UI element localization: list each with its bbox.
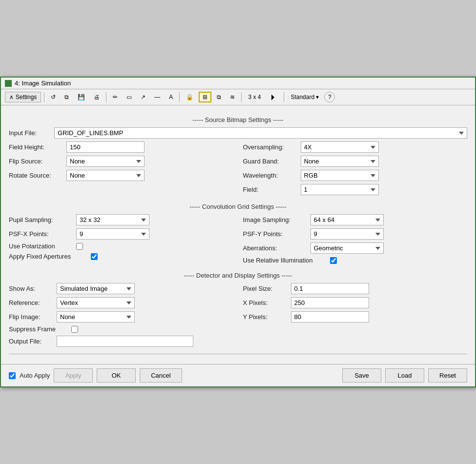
- wavelength-select[interactable]: RGB Red Green Blue: [301, 170, 379, 181]
- det-right-col: Pixel Size: 0.1 X Pixels: 250 Y Pixels: …: [243, 283, 468, 350]
- show-as-row: Show As: Simulated Image PSF MTF Wavefro…: [9, 283, 233, 294]
- show-as-select[interactable]: Simulated Image PSF MTF Wavefront: [57, 283, 135, 294]
- pencil-button[interactable]: ✏: [109, 92, 121, 102]
- ok-button[interactable]: OK: [97, 368, 136, 383]
- pupil-sampling-select[interactable]: 8 x 8 16 x 16 32 x 32 64 x 64: [76, 214, 149, 225]
- flip-image-row: Flip Image: None Horizontal Vertical Bot…: [9, 311, 233, 323]
- oversampling-row: Oversampling: 1X 2X 4X 8X: [243, 141, 468, 153]
- guard-band-row: Guard Band: None 1 2 4: [243, 156, 468, 167]
- suppress-frame-checkbox[interactable]: [71, 326, 78, 333]
- pixel-size-input[interactable]: 0.1: [291, 283, 369, 294]
- pixel-size-row: Pixel Size: 0.1: [243, 283, 468, 294]
- psf-x-label: PSF-X Points:: [9, 230, 72, 238]
- save-button[interactable]: 💾: [74, 92, 88, 102]
- settings-label: Settings: [16, 94, 37, 101]
- toolbar-separator-5: [284, 92, 284, 102]
- apply-fixed-apertures-label: Apply Fixed Apertures: [9, 253, 87, 260]
- source-bitmap-header: ----- Source Bitmap Settings -----: [9, 116, 467, 123]
- detector-display-grid: Show As: Simulated Image PSF MTF Wavefro…: [9, 283, 467, 350]
- grid-size-button[interactable]: 3 x 4: [245, 92, 264, 102]
- use-relative-illumination-checkbox[interactable]: [330, 257, 337, 264]
- flip-source-row: Flip Source: None Horizontal Vertical Bo…: [9, 156, 233, 167]
- psf-x-select[interactable]: 3 5 7 9 11: [76, 228, 149, 240]
- use-relative-illumination-row: Use Relative Illumination: [243, 257, 468, 264]
- left-col: Field Height: 150 Flip Source: None Hori…: [9, 141, 233, 198]
- image-sampling-row: Image Sampling: 16 x 16 32 x 32 64 x 64 …: [243, 214, 468, 225]
- field-select[interactable]: 1 2 3 4: [301, 184, 379, 195]
- grid-button[interactable]: ⊞: [199, 92, 211, 102]
- main-content: ----- Source Bitmap Settings ----- Input…: [1, 105, 475, 364]
- chevron-up-icon: ∧: [9, 94, 14, 101]
- print-button[interactable]: 🖨: [90, 92, 103, 102]
- image-sampling-select[interactable]: 16 x 16 32 x 32 64 x 64 128 x 128: [310, 214, 384, 225]
- convolution-grid-grid: Pupil Sampling: 8 x 8 16 x 16 32 x 32 64…: [9, 214, 467, 267]
- reset-button[interactable]: Reset: [428, 368, 467, 383]
- flip-image-select[interactable]: None Horizontal Vertical Both: [57, 311, 135, 323]
- suppress-frame-label: Suppress Frame: [9, 325, 67, 333]
- field-height-row: Field Height: 150: [9, 141, 233, 153]
- rotate-source-select[interactable]: None 90 CW 90 CCW 180: [66, 170, 145, 181]
- use-polarization-row: Use Polarization: [9, 242, 233, 250]
- use-polarization-label: Use Polarization: [9, 242, 72, 250]
- x-pixels-row: X Pixels: 250: [243, 297, 468, 308]
- aberrations-row: Aberrations: Geometric Diffraction Both: [243, 242, 468, 254]
- guard-band-select[interactable]: None 1 2 4: [301, 156, 379, 167]
- input-file-row: Input File: GRID_OF_LINES.BMP: [9, 127, 467, 139]
- toolbar-separator-2: [106, 92, 106, 102]
- flip-source-select[interactable]: None Horizontal Vertical Both: [66, 156, 145, 167]
- apply-fixed-apertures-checkbox[interactable]: [91, 253, 98, 260]
- reference-select[interactable]: Vertex Chief Ray Centroid: [57, 297, 135, 308]
- output-file-input[interactable]: [57, 336, 193, 347]
- text-button[interactable]: A: [166, 92, 176, 102]
- auto-apply-checkbox[interactable]: [9, 372, 16, 379]
- psf-y-select[interactable]: 3 5 7 9 11: [310, 228, 384, 240]
- wavelength-label: Wavelength:: [243, 172, 297, 179]
- save-button[interactable]: Save: [342, 368, 381, 383]
- reference-row: Reference: Vertex Chief Ray Centroid: [9, 297, 233, 308]
- copy-button[interactable]: ⧉: [61, 92, 72, 102]
- rectangle-button[interactable]: ▭: [123, 92, 135, 102]
- load-button[interactable]: Load: [385, 368, 424, 383]
- image-sampling-label: Image Sampling:: [243, 216, 307, 223]
- settings-button[interactable]: ∧ Settings: [5, 92, 41, 102]
- flip-image-label: Flip Image:: [9, 313, 53, 321]
- y-pixels-row: Y Pixels: 80: [243, 311, 468, 323]
- stack-button[interactable]: ≋: [227, 92, 238, 102]
- standard-dropdown[interactable]: Standard ▾: [287, 92, 322, 102]
- window-title: 4: Image Simulation: [15, 80, 71, 87]
- aberrations-select[interactable]: Geometric Diffraction Both: [310, 242, 384, 254]
- field-height-input[interactable]: 150: [66, 141, 145, 153]
- toolbar: ∧ Settings ↺ ⧉ 💾 🖨 ✏ ▭ ↗ — A 🔒 ⊞ ⧉ ≋ 3 x…: [1, 89, 475, 105]
- window-icon: [5, 80, 12, 87]
- apply-button[interactable]: Apply: [54, 368, 93, 383]
- use-relative-illumination-label: Use Relative Illumination: [243, 257, 326, 264]
- input-file-label: Input File:: [9, 129, 50, 137]
- right-col: Oversampling: 1X 2X 4X 8X Guard Band: No…: [243, 141, 468, 198]
- toolbar-separator-1: [44, 92, 44, 102]
- x-pixels-input[interactable]: 250: [291, 297, 369, 308]
- oversampling-select[interactable]: 1X 2X 4X 8X: [301, 141, 379, 153]
- det-left-col: Show As: Simulated Image PSF MTF Wavefro…: [9, 283, 233, 350]
- detector-display-header: ----- Detector and Display Settings ----…: [9, 272, 467, 279]
- convolution-grid-header: ----- Convolution Grid Settings -----: [9, 203, 467, 210]
- flip-source-label: Flip Source:: [9, 158, 62, 165]
- lock-button[interactable]: 🔒: [183, 92, 197, 102]
- cancel-button[interactable]: Cancel: [140, 368, 182, 383]
- field-height-label: Field Height:: [9, 143, 62, 151]
- toolbar-separator-3: [179, 92, 180, 102]
- footer-divider: [9, 354, 467, 354]
- psf-x-row: PSF-X Points: 3 5 7 9 11: [9, 228, 233, 240]
- use-polarization-checkbox[interactable]: [76, 243, 83, 250]
- help-button[interactable]: ?: [324, 92, 335, 102]
- title-bar: 4: Image Simulation: [1, 78, 475, 89]
- arrow-button[interactable]: ↗: [137, 92, 149, 102]
- refresh-button[interactable]: ↺: [47, 92, 59, 102]
- show-as-label: Show As:: [9, 285, 53, 292]
- conv-right-col: Image Sampling: 16 x 16 32 x 32 64 x 64 …: [243, 214, 468, 267]
- input-file-select[interactable]: GRID_OF_LINES.BMP: [54, 127, 467, 139]
- y-pixels-input[interactable]: 80: [291, 311, 369, 323]
- output-file-label: Output File:: [9, 338, 53, 345]
- play-button[interactable]: ⏵: [266, 91, 281, 103]
- layers-button[interactable]: ⧉: [213, 92, 225, 102]
- line-button[interactable]: —: [151, 92, 164, 102]
